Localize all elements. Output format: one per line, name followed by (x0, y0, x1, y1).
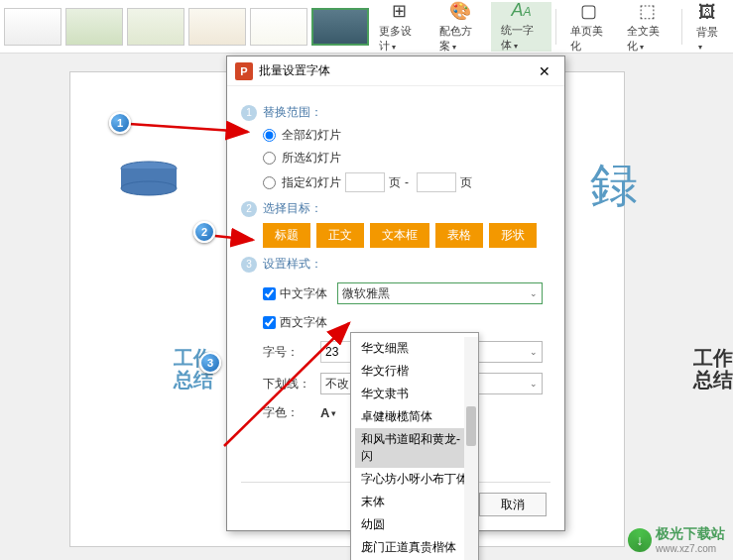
app-icon: P (235, 62, 253, 80)
grid-icon: ⊞ (392, 0, 407, 22)
step-3-badge: 3 (241, 257, 257, 273)
font-option-4[interactable]: 和风书道昭和黄龙-闪 (355, 428, 474, 468)
bg-text-lu: 録 (590, 154, 638, 217)
font-option-0[interactable]: 华文细黑 (355, 337, 474, 360)
color-scheme-button[interactable]: 🎨 配色方案 (429, 2, 490, 52)
tag-title[interactable]: 标题 (263, 223, 310, 248)
radio-selected-slides[interactable] (263, 152, 276, 165)
watermark-logo-icon: ↓ (628, 528, 652, 552)
font-option-7[interactable]: 幼圆 (355, 513, 474, 536)
page-sep-label: - (405, 175, 409, 189)
annotation-badge-1: 1 (109, 112, 131, 134)
watermark-url: www.xz7.com (656, 543, 725, 554)
annotation-arrow-3 (220, 317, 359, 456)
font-option-8[interactable]: 庞门正道真贵楷体 (355, 536, 474, 559)
font-option-2[interactable]: 华文隶书 (355, 383, 474, 405)
unify-font-label: 统一字体 (501, 23, 542, 53)
watermark-name: 极光下载站 (656, 525, 725, 541)
cube-icon: ⬚ (639, 0, 656, 22)
watermark: ↓ 极光下载站 www.xz7.com (628, 525, 725, 554)
more-design-label: 更多设计 (379, 24, 420, 54)
template-thumbnails (4, 8, 369, 46)
font-icon: AA (512, 0, 532, 21)
radio-selected-label: 所选幻灯片 (282, 150, 341, 167)
step-2-label: 选择目标： (263, 200, 322, 217)
font-dropdown: 华文细黑 华文行楷 华文隶书 卓健橄榄简体 和风书道昭和黄龙-闪 字心坊小呀小布… (350, 332, 479, 560)
chevron-down-icon: ⌄ (530, 379, 538, 389)
svg-line-6 (215, 236, 253, 240)
dropdown-scrollbar[interactable] (464, 337, 478, 560)
single-page-button[interactable]: ▢ 单页美化 (560, 2, 616, 52)
color-scheme-label: 配色方案 (439, 24, 480, 54)
thumb-1[interactable] (4, 8, 61, 46)
dialog-title: 批量设置字体 (259, 62, 533, 79)
annotation-arrow-1 (127, 114, 256, 144)
page-icon: ▢ (580, 0, 597, 22)
close-button[interactable]: ✕ (533, 61, 556, 81)
svg-line-8 (224, 323, 349, 446)
annotation-arrow-2 (213, 226, 261, 248)
radio-all-slides[interactable] (263, 129, 276, 142)
step-3-label: 设置样式： (263, 256, 322, 273)
chevron-down-icon: ⌄ (530, 288, 538, 298)
radio-all-label: 全部幻灯片 (282, 127, 341, 144)
page-to-input[interactable] (417, 172, 456, 192)
palette-icon: 🎨 (449, 0, 471, 22)
chinese-font-value: 微软雅黑 (342, 285, 530, 302)
tag-shape[interactable]: 形状 (489, 223, 537, 248)
radio-specify-slides[interactable] (263, 176, 276, 189)
cylinder-shape (119, 161, 179, 196)
svg-line-4 (129, 124, 248, 132)
single-page-label: 单页美化 (570, 24, 606, 54)
annotation-badge-2: 2 (193, 221, 215, 243)
chinese-font-checkbox[interactable] (263, 287, 276, 300)
font-option-3[interactable]: 卓健橄榄简体 (355, 405, 474, 428)
image-icon: 🖼 (698, 2, 716, 23)
scrollbar-thumb[interactable] (466, 406, 476, 446)
step-1-label: 替换范围： (263, 104, 322, 121)
chinese-font-label: 中文字体 (280, 285, 337, 302)
page-from-input[interactable] (345, 172, 385, 192)
target-buttons: 标题 正文 文本框 表格 形状 (263, 223, 550, 248)
step-2-badge: 2 (241, 201, 257, 217)
tag-body[interactable]: 正文 (316, 223, 364, 248)
dialog-titlebar: P 批量设置字体 ✕ (227, 56, 564, 86)
background-label: 背景 (696, 25, 719, 52)
full-doc-button[interactable]: ⬚ 全文美化 (617, 2, 677, 52)
thumb-2[interactable] (65, 8, 123, 46)
font-option-1[interactable]: 华文行楷 (355, 360, 474, 383)
chinese-font-combo[interactable]: 微软雅黑 ⌄ (337, 282, 543, 304)
annotation-badge-3: 3 (199, 352, 221, 374)
thumb-5[interactable] (250, 8, 307, 46)
full-doc-label: 全文美化 (627, 24, 668, 54)
background-button[interactable]: 🖼 背景 (686, 2, 729, 52)
thumb-3[interactable] (127, 8, 184, 46)
font-option-5[interactable]: 字心坊小呀小布丁体 (355, 468, 474, 491)
radio-specify-label: 指定幻灯片 (282, 174, 341, 191)
page-unit-1-label: 页 (389, 174, 401, 191)
svg-point-2 (121, 181, 177, 195)
chevron-down-icon: ⌄ (530, 347, 538, 357)
cancel-button[interactable]: 取消 (479, 493, 547, 516)
bg-text-work-right: 工作总结 (693, 347, 733, 391)
unify-font-button[interactable]: AA 统一字体 (491, 2, 551, 52)
thumb-6[interactable] (311, 8, 369, 46)
top-toolbar: ⊞ 更多设计 🎨 配色方案 AA 统一字体 ▢ 单页美化 ⬚ 全文美化 🖼 背景 (0, 0, 733, 54)
tag-table[interactable]: 表格 (435, 223, 483, 248)
more-design-button[interactable]: ⊞ 更多设计 (369, 2, 429, 52)
font-option-6[interactable]: 末体 (355, 491, 474, 513)
tag-textbox[interactable]: 文本框 (370, 223, 429, 248)
page-unit-2-label: 页 (460, 174, 472, 191)
thumb-4[interactable] (188, 8, 246, 46)
